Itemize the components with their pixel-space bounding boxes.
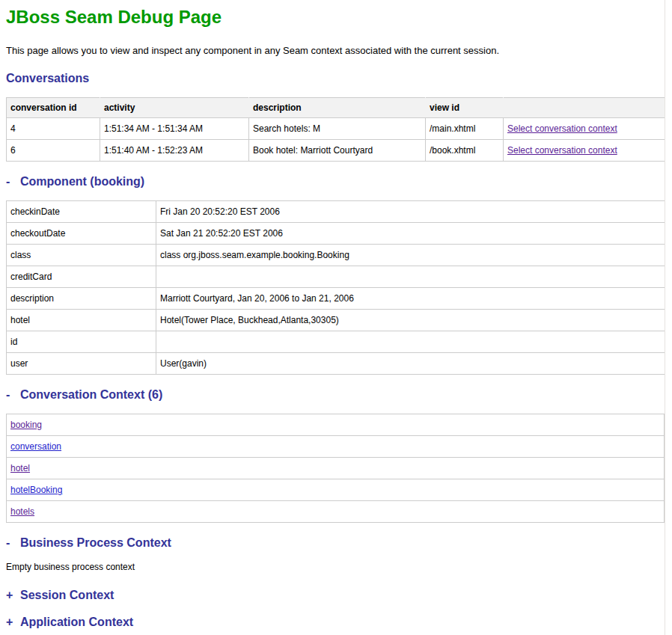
context-variable-link[interactable]: hotel [10,463,30,473]
table-row: description Marriott Courtyard, Jan 20, … [7,288,665,310]
cell-description: Search hotels: M [249,118,426,140]
section-heading-label: Conversation Context (6) [20,388,162,401]
conversation-context-heading: -Conversation Context (6) [6,388,665,402]
cell-activity: 1:51:34 AM - 1:51:34 AM [100,118,249,140]
section-heading-label: Application Context [20,616,133,628]
table-row: 4 1:51:34 AM - 1:51:34 AM Search hotels:… [7,118,665,140]
expand-icon[interactable]: + [6,616,20,629]
page-title: JBoss Seam Debug Page [6,7,665,27]
collapse-icon[interactable]: - [6,175,20,188]
cell-property-name: class [7,245,156,266]
conversations-header-row: conversation id activity description vie… [7,98,665,118]
collapse-icon[interactable]: - [6,388,20,402]
column-header-empty [504,98,665,118]
conversation-context-table: booking conversation hotel hotelBooking [6,414,665,523]
cell-property-value: Fri Jan 20 20:52:20 EST 2006 [156,201,665,223]
cell-property-value: Marriott Courtyard, Jan 20, 2006 to Jan … [156,288,665,310]
cell-property-name: description [7,288,156,310]
list-item: hotelBooking [7,479,665,501]
conversations-table: conversation id activity description vie… [6,97,665,162]
context-variable-link[interactable]: conversation [10,441,61,452]
section-heading-label: Business Process Context [20,536,171,549]
cell-context-variable: hotel [7,458,665,479]
cell-property-name: id [7,331,156,353]
column-header-view-id: view id [426,98,504,118]
application-context-heading: +Application Context [6,616,665,629]
cell-description: Book hotel: Marriott Courtyard [249,140,426,162]
cell-select-link: Select conversation context [504,140,665,162]
list-item: conversation [7,436,665,458]
table-row: creditCard [7,266,665,288]
expand-icon[interactable]: + [6,589,20,602]
empty-business-process-message: Empty business process context [6,562,665,572]
cell-property-value [156,266,665,288]
cell-property-name: user [7,353,156,375]
context-variable-link[interactable]: booking [10,420,42,430]
cell-property-value [156,331,665,353]
cell-context-variable: booking [7,414,665,436]
column-header-description: description [249,98,426,118]
page-intro-text: This page allows you to view and inspect… [6,45,665,56]
section-heading-label: Session Context [20,589,114,601]
table-row: checkoutDate Sat Jan 21 20:52:20 EST 200… [7,223,665,245]
session-context-heading: +Session Context [6,589,665,602]
viewport-edge-line [665,0,665,635]
cell-view-id: /book.xhtml [426,140,504,162]
select-conversation-link[interactable]: Select conversation context [507,145,617,156]
table-row: 6 1:51:40 AM - 1:52:23 AM Book hotel: Ma… [7,140,665,162]
table-row: class class org.jboss.seam.example.booki… [7,245,665,266]
cell-property-name: creditCard [7,266,156,288]
list-item: hotels [7,501,665,523]
cell-property-name: checkinDate [7,201,156,223]
cell-property-name: checkoutDate [7,223,156,245]
cell-select-link: Select conversation context [504,118,665,140]
context-variable-link[interactable]: hotels [10,506,34,517]
table-row: hotel Hotel(Tower Place, Buckhead,Atlant… [7,310,665,331]
cell-property-value: class org.jboss.seam.example.booking.Boo… [156,245,665,266]
table-row: checkinDate Fri Jan 20 20:52:20 EST 2006 [7,201,665,223]
cell-context-variable: hotels [7,501,665,523]
cell-activity: 1:51:40 AM - 1:52:23 AM [100,140,249,162]
table-row: user User(gavin) [7,353,665,375]
list-item: booking [7,414,665,436]
context-variable-link[interactable]: hotelBooking [10,485,62,495]
cell-context-variable: hotelBooking [7,479,665,501]
cell-property-value: Hotel(Tower Place, Buckhead,Atlanta,3030… [156,310,665,331]
collapse-icon[interactable]: - [6,536,20,550]
section-heading-label: Component (booking) [20,175,144,188]
conversations-heading: Conversations [6,72,665,85]
cell-property-value: Sat Jan 21 20:52:20 EST 2006 [156,223,665,245]
cell-view-id: /main.xhtml [426,118,504,140]
cell-property-name: hotel [7,310,156,331]
debug-page: JBoss Seam Debug Page This page allows y… [0,0,672,635]
business-process-context-heading: -Business Process Context [6,536,665,550]
cell-conversation-id: 4 [7,118,100,140]
column-header-conversation-id: conversation id [7,98,100,118]
column-header-activity: activity [100,98,249,118]
cell-property-value: User(gavin) [156,353,665,375]
select-conversation-link[interactable]: Select conversation context [507,123,617,134]
component-booking-heading: -Component (booking) [6,175,665,188]
list-item: hotel [7,458,665,479]
table-row: id [7,331,665,353]
cell-conversation-id: 6 [7,140,100,162]
cell-context-variable: conversation [7,436,665,458]
component-properties-table: checkinDate Fri Jan 20 20:52:20 EST 2006… [6,200,665,375]
